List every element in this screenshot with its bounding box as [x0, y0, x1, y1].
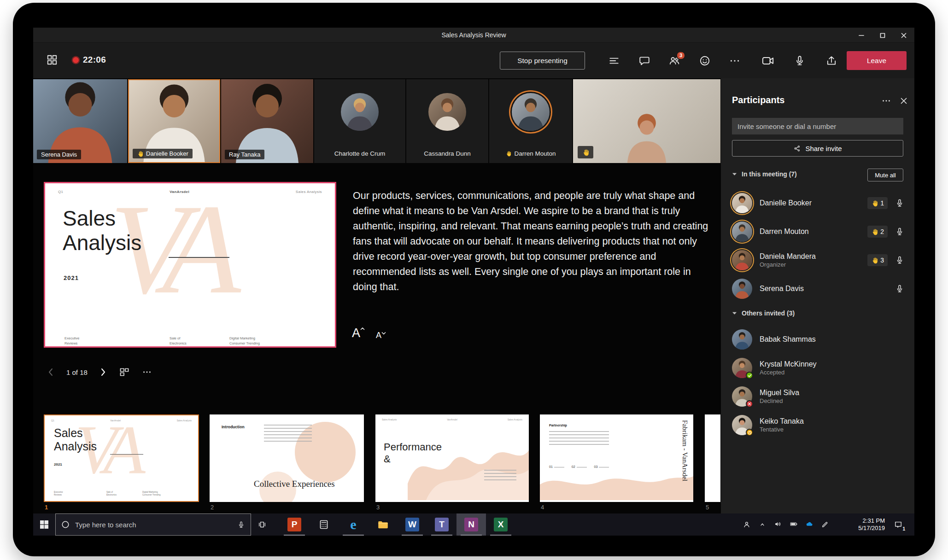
- chevron-down-icon: [732, 311, 737, 315]
- avatar-tile[interactable]: Cassandra Dunn: [406, 79, 488, 163]
- record-dot-icon: [73, 57, 79, 63]
- battery-icon[interactable]: [790, 520, 798, 530]
- people-tray-icon[interactable]: [743, 520, 751, 529]
- invitee-row[interactable]: Miguel Silva Declined: [721, 382, 914, 411]
- chat-icon[interactable]: [638, 54, 651, 68]
- task-view-icon[interactable]: [251, 513, 273, 536]
- invitee-row[interactable]: Keiko Tanaka Tentative: [721, 411, 914, 439]
- avatar: [732, 250, 752, 270]
- participant-row[interactable]: Darren Mouton 2: [721, 217, 914, 246]
- clock-date: 5/17/2019: [858, 525, 885, 532]
- onenote-taskbar-icon[interactable]: N: [456, 513, 486, 536]
- calculator-taskbar-icon[interactable]: [309, 513, 339, 536]
- close-panel-icon[interactable]: [900, 96, 908, 106]
- leave-button[interactable]: Leave: [847, 51, 907, 70]
- increase-font-button[interactable]: A: [352, 326, 365, 340]
- reactions-icon[interactable]: [698, 54, 712, 68]
- video-tile[interactable]: Serena Davis: [33, 79, 127, 163]
- file-explorer-taskbar-icon[interactable]: [368, 513, 398, 536]
- teams-taskbar-icon[interactable]: T: [427, 513, 456, 536]
- slide-canvas: Q1 VanArsdel Sales Analysis VA SalesAnal…: [45, 183, 335, 346]
- decrease-font-button[interactable]: A: [376, 331, 386, 340]
- others-invited-section-header[interactable]: Others invited (3): [732, 309, 795, 317]
- minimize-button[interactable]: [851, 28, 872, 43]
- meeting-timer: 22:06: [83, 55, 106, 65]
- mic-icon[interactable]: [894, 198, 905, 209]
- word-taskbar-icon[interactable]: W: [398, 513, 427, 536]
- panel-more-options-icon[interactable]: [881, 96, 891, 106]
- onedrive-icon[interactable]: [805, 520, 813, 530]
- search-input[interactable]: [75, 521, 232, 529]
- invitee-status: Tentative: [760, 426, 905, 433]
- more-options-icon[interactable]: [728, 54, 742, 68]
- clock-time: 2:31 PM: [863, 517, 885, 525]
- slide-grid-view-icon[interactable]: [119, 367, 130, 378]
- participant-name: Darren Mouton: [760, 228, 867, 236]
- raised-hand-icon: [582, 149, 589, 156]
- in-meeting-section-header[interactable]: In this meeting (7): [732, 170, 797, 178]
- folder-icon: [377, 519, 389, 531]
- previous-slide-icon[interactable]: [47, 368, 54, 377]
- show-hidden-icons-chevron[interactable]: [758, 520, 767, 529]
- invitee-name: Miguel Silva: [760, 389, 905, 397]
- participant-video: [573, 79, 720, 163]
- mic-icon[interactable]: [793, 54, 807, 68]
- excel-taskbar-icon[interactable]: X: [486, 513, 515, 536]
- invitee-row[interactable]: Krystal McKinney Accepted: [721, 354, 914, 382]
- video-tile[interactable]: Ray Tanaka: [221, 79, 313, 163]
- participant-row[interactable]: Serena Davis: [721, 274, 914, 303]
- thumbnail-number: 3: [376, 504, 380, 511]
- mute-all-button[interactable]: Mute all: [867, 169, 903, 181]
- edge-taskbar-icon[interactable]: e: [339, 513, 368, 536]
- thumbnail-number: 1: [45, 504, 48, 511]
- slide-position: 1 of 18: [66, 368, 88, 376]
- share-invite-button[interactable]: Share invite: [732, 140, 903, 157]
- slide-thumbnail-2[interactable]: Introduction Collective Experiences: [210, 414, 364, 502]
- slide-thumbnail-3[interactable]: Sales AnalysisVanArsdelSales Analysis Pe…: [375, 414, 529, 502]
- slide-title: SalesAnalysis: [63, 206, 141, 255]
- invite-input[interactable]: [732, 118, 903, 134]
- video-strip: Serena Davis Danielle Booker Ray Tanaka …: [33, 79, 720, 163]
- camera-icon[interactable]: [761, 54, 775, 68]
- mic-icon[interactable]: [894, 226, 905, 237]
- participant-name: Serena Davis: [760, 285, 894, 293]
- close-button[interactable]: [893, 28, 914, 43]
- taskbar-search[interactable]: [55, 513, 251, 536]
- action-center-icon[interactable]: 1: [888, 513, 909, 536]
- laptop-bezel: Sales Analysis Review 22:06 Stop present…: [13, 3, 935, 556]
- mic-icon[interactable]: [894, 255, 905, 266]
- participant-row[interactable]: Daniela Mandera Organizer 3: [721, 246, 914, 274]
- wave-graphic: [540, 414, 693, 500]
- stop-presenting-button[interactable]: Stop presenting: [500, 52, 585, 70]
- powerpoint-taskbar-icon[interactable]: P: [280, 513, 309, 536]
- windows-ink-pen-icon[interactable]: [821, 520, 829, 529]
- name-label: Cassandra Dunn: [406, 150, 488, 157]
- gallery-view-icon[interactable]: [46, 54, 58, 66]
- video-tile[interactable]: [573, 79, 720, 163]
- maximize-button[interactable]: [872, 28, 893, 43]
- slide-thumbnail-1[interactable]: Q1VanArsdelSales Analysis VA SalesAnalys…: [44, 414, 199, 502]
- windows-taskbar: P e W T N X 2:31 PM 5/17/2019 1: [33, 513, 914, 536]
- next-slide-icon[interactable]: [99, 368, 107, 377]
- name-label: Ray Tanaka: [225, 150, 264, 159]
- slide-thumbnail-5[interactable]: [705, 414, 720, 502]
- slide-thumbnail-4[interactable]: Partnership 01 02 03 Fabrikam - VanArsde…: [540, 414, 693, 502]
- avatar-tile[interactable]: Darren Mouton: [489, 79, 572, 163]
- taskbar-clock[interactable]: 2:31 PM 5/17/2019: [858, 513, 885, 536]
- invitee-row[interactable]: Babak Shammas: [721, 325, 914, 354]
- slide-navigation: 1 of 18: [47, 362, 152, 382]
- participant-row[interactable]: Danielle Booker 1: [721, 189, 914, 217]
- avatar: [732, 279, 752, 299]
- raised-hand-icon: [871, 200, 878, 207]
- share-screen-icon[interactable]: [825, 54, 838, 68]
- volume-icon[interactable]: [774, 520, 782, 530]
- avatar-tile[interactable]: Charlotte de Crum: [314, 79, 405, 163]
- video-tile[interactable]: Danielle Booker: [128, 79, 220, 163]
- participants-icon[interactable]: 3: [667, 54, 681, 68]
- mic-icon[interactable]: [894, 283, 905, 294]
- rollcall-icon[interactable]: [607, 54, 621, 68]
- thumbnail-number: 5: [706, 504, 709, 511]
- search-mic-icon[interactable]: [237, 521, 245, 529]
- start-button[interactable]: [33, 513, 55, 536]
- more-slide-options-icon[interactable]: [142, 367, 152, 377]
